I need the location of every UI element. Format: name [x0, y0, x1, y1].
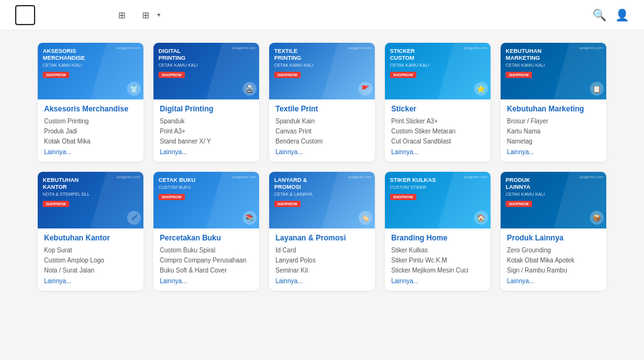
card-more-link[interactable]: Lainnya... [44, 278, 137, 284]
card-more-link[interactable]: Lainnya... [507, 149, 600, 155]
product-card-kantor: KEBUTUHAN KANTORNOTA & STEMPEL DLLSHOPNO… [38, 172, 143, 291]
product-card-kulkas: STIKER KULKASCUSTOM STIKERSHOPNOWazagpri… [385, 172, 491, 291]
logo-area [15, 5, 103, 25]
card-image-buku: CETAK BUKUCUSTOM BUKUSHOPNOWazagprint.co… [153, 172, 259, 228]
card-image-title: KEBUTUHAN KANTOR [43, 177, 93, 191]
card-image-aksesoris: AKSESORIS MERCHANDISECETAK KAMU KALISHOP… [38, 43, 143, 99]
subcategory-item: Nota / Surat Jalan [44, 266, 137, 276]
card-info-lanyard: Layanan & PromosiId CardLanyard PolosSem… [269, 228, 375, 291]
subcategory-item: Zero Grounding [507, 245, 600, 256]
subcategory-item: Print A3+ [160, 127, 253, 137]
subcategory-item: Sign / Rambu Rambu [507, 266, 600, 276]
card-subcategory-list: Zero GroundingKotak Obat Mika ApotekSign… [507, 245, 600, 276]
subcategory-item: Stiker Pintu Wc K.M [391, 256, 484, 266]
category-icon: ⊞ [142, 10, 150, 20]
card-image-title: STIKER KULKAS [390, 177, 440, 184]
nav-all-products[interactable]: ⊞ [118, 10, 130, 20]
prod-icon-circle: 📦 [590, 211, 604, 225]
subcategory-item: Id Card [275, 245, 369, 256]
card-shopnow-button[interactable]: SHOPNOW [390, 72, 416, 78]
card-more-link[interactable]: Lainnya... [391, 149, 484, 155]
card-subcategory-list: Id CardLanyard PolosSeminar Kit [275, 245, 369, 276]
prod-icon-circle: 👕 [127, 82, 141, 96]
watermark: azagprint.com [232, 175, 256, 179]
subcategory-item: Sticker Mejikom Mesin Cuci [391, 266, 484, 276]
card-info-textile: Textile PrintSpanduk KainCanvas PrintBen… [269, 99, 375, 162]
card-category-title[interactable]: Aksesoris Merchandise [44, 104, 137, 113]
subcategory-item: Stiker Kulkas [391, 245, 484, 256]
subcategory-item: Buku Soft & Hard Cover [160, 266, 253, 276]
subcategory-item: Bendera Custom [275, 137, 369, 147]
card-category-title[interactable]: Kebutuhan Kantor [44, 233, 137, 242]
card-more-link[interactable]: Lainnya... [507, 278, 600, 284]
card-more-link[interactable]: Lainnya... [160, 149, 253, 155]
product-grid-row1: AKSESORIS MERCHANDISECETAK KAMU KALISHOP… [38, 43, 606, 162]
card-image-sticker: STICKER CUSTOMCETAK KAMU KALISHOPNOWazag… [385, 43, 491, 99]
prod-icon: 🖨️ [243, 82, 257, 96]
subcategory-item: Kop Surat [44, 245, 137, 256]
card-category-title[interactable]: Sticker [391, 104, 484, 113]
card-category-title[interactable]: Layanan & Promosi [275, 233, 369, 242]
card-info-digital: Digital PrintingSpandukPrint A3+Stand ba… [153, 99, 259, 162]
card-category-title[interactable]: Kebutuhan Marketing [507, 104, 600, 113]
prod-icon: 🖊️ [127, 211, 141, 225]
product-card-marketing: KEBUTUHAN MARKETINGCETAK KAMU KALISHOPNO… [501, 43, 606, 162]
prod-icon-circle: 🖊️ [127, 211, 141, 225]
subcategory-item: Custom Printing [44, 116, 137, 127]
card-info-sticker: StickerPrint Sticker A3+Custom Stiker Me… [385, 99, 491, 162]
prod-icon-circle: ⭐ [474, 82, 488, 96]
nav-category[interactable]: ⊞ ▾ [142, 10, 160, 20]
card-info-aksesoris: Aksesoris MerchandiseCustom PrintingProd… [38, 99, 143, 162]
prod-icon: 📦 [590, 211, 604, 225]
grid-icon: ⊞ [118, 10, 126, 20]
card-more-link[interactable]: Lainnya... [160, 278, 253, 284]
prod-icon: 🏠 [474, 211, 488, 225]
card-category-title[interactable]: Digital Printing [160, 104, 253, 113]
product-card-lainnya: PRODUK LAINNYACETAK KAMU KALISHOPNOWazag… [501, 172, 606, 291]
card-shopnow-button[interactable]: SHOPNOW [506, 72, 532, 78]
search-icon[interactable]: 🔍 [592, 8, 606, 22]
card-more-link[interactable]: Lainnya... [44, 149, 137, 155]
card-image-textile: TEXTILE PRINTINGCETAK KAMU KALISHOPNOWaz… [269, 43, 375, 99]
card-category-title[interactable]: Textile Print [275, 104, 369, 113]
subcategory-item: Custom Buku Spiral [160, 245, 253, 256]
card-more-link[interactable]: Lainnya... [275, 278, 369, 284]
prod-icon: ⭐ [474, 82, 488, 96]
prod-icon: 📚 [243, 211, 257, 225]
card-subcategory-list: SpandukPrint A3+Stand banner X/ Y [160, 116, 253, 147]
card-image-kantor: KEBUTUHAN KANTORNOTA & STEMPEL DLLSHOPNO… [38, 172, 143, 228]
card-shopnow-button[interactable]: SHOPNOW [274, 201, 301, 207]
card-image-title: STICKER CUSTOM [390, 48, 440, 62]
card-more-link[interactable]: Lainnya... [275, 149, 369, 155]
card-shopnow-button[interactable]: SHOPNOW [506, 201, 532, 207]
card-subcategory-list: Print Sticker A3+Custom Stiker MetaranCu… [391, 116, 484, 147]
card-shopnow-button[interactable]: SHOPNOW [43, 72, 69, 78]
card-shopnow-button[interactable]: SHOPNOW [43, 201, 69, 207]
card-image-digital: DIGITAL PRINTINGCETAK KAMU KALISHOPNOWaz… [153, 43, 259, 99]
subcategory-item: Kotak Obat Mika [44, 137, 137, 147]
card-image-title: PRODUK LAINNYA [506, 177, 556, 191]
logo-icon [15, 5, 35, 25]
card-more-link[interactable]: Lainnya... [391, 278, 484, 284]
watermark: azagprint.com [348, 175, 372, 179]
prod-icon-circle: 🏠 [474, 211, 488, 225]
card-info-lainnya: Produk LainnyaZero GroundingKotak Obat M… [501, 228, 606, 291]
card-image-title: DIGITAL PRINTING [158, 48, 209, 62]
card-category-title[interactable]: Percetakan Buku [160, 233, 253, 242]
subcategory-item: Seminar Kit [275, 266, 369, 276]
subcategory-item: Canvas Print [275, 127, 369, 137]
subcategory-item: Kotak Obat Mika Apotek [507, 256, 600, 266]
card-category-title[interactable]: Produk Lainnya [507, 233, 600, 242]
card-shopnow-button[interactable]: SHOPNOW [158, 72, 185, 78]
subcategory-item: Nametag [507, 137, 600, 147]
card-shopnow-button[interactable]: SHOPNOW [158, 194, 185, 200]
user-icon[interactable]: 👤 [615, 8, 629, 22]
card-category-title[interactable]: Branding Home [391, 233, 484, 242]
card-shopnow-button[interactable]: SHOPNOW [274, 72, 301, 78]
subcategory-item: Spanduk [160, 116, 253, 127]
card-shopnow-button[interactable]: SHOPNOW [390, 194, 416, 200]
product-grid-row2: KEBUTUHAN KANTORNOTA & STEMPEL DLLSHOPNO… [38, 172, 606, 291]
card-image-kulkas: STIKER KULKASCUSTOM STIKERSHOPNOWazagpri… [385, 172, 491, 228]
watermark: azagprint.com [348, 46, 372, 50]
subcategory-item: Custom Amplop Logo [44, 256, 137, 266]
